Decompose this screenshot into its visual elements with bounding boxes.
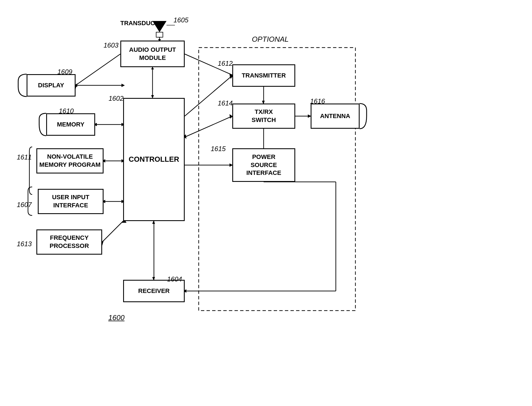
ref-1614: 1614 [218,99,233,107]
svg-line-6 [76,54,120,85]
transducer-base [156,32,163,37]
memory-block: MEMORY [46,113,95,136]
power-source-block: POWERSOURCEINTERFACE [232,148,295,182]
antenna-block: ANTENNA [311,104,360,129]
txrx-switch-block: TX/RXSWITCH [232,104,295,129]
nonvolatile-memory-block: NON-VOLATILEMEMORY PROGRAM [36,148,104,173]
svg-line-28 [185,76,232,116]
svg-line-30 [185,116,232,137]
ref-1605: 1605 [174,16,188,24]
ref-1603: 1603 [104,41,118,49]
diagram-ref: 1600 [108,313,125,322]
ref-1616: 1616 [310,97,325,105]
controller-block: CONTROLLER [123,98,185,221]
optional-label: OPTIONAL [252,35,289,44]
ref-1604: 1604 [167,275,182,283]
transducer-label: TRANSDUCER [120,20,163,27]
ref-1602: 1602 [109,95,123,102]
user-input-block: USER INPUTINTERFACE [38,189,104,214]
ref-1613: 1613 [17,240,32,248]
ref-1610: 1610 [59,107,74,115]
ref-1609: 1609 [57,68,72,76]
ref-1615: 1615 [211,145,226,153]
receiver-block: RECEIVER [123,280,185,302]
audio-output-block: AUDIO OUTPUTMODULE [120,41,185,67]
display-block: DISPLAY [27,74,76,97]
ref-1607: 1607 [17,201,32,209]
freq-processor-block: FREQUENCYPROCESSOR [36,229,102,255]
svg-marker-12 [121,84,125,87]
transmitter-block: TRANSMITTER [232,64,295,87]
ref-1612: 1612 [218,60,233,67]
svg-line-22 [102,221,123,242]
ref-1611: 1611 [17,153,32,161]
